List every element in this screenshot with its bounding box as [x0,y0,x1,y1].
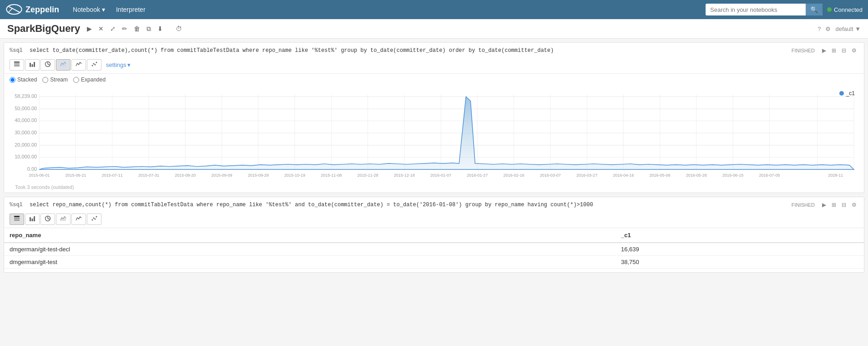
clone-button[interactable]: ⧉ [144,24,153,34]
svg-text:2015-12-18: 2015-12-18 [394,173,415,178]
area-icon [60,215,66,222]
connected-dot-icon [827,7,832,12]
svg-rect-77 [30,217,31,221]
svg-text:2015-11-28: 2015-11-28 [357,173,378,178]
legend-dot-icon [839,91,844,96]
para2-topbar: %sql select repo_name,count(*) from comm… [4,197,864,211]
svg-text:0.00: 0.00 [27,166,37,172]
svg-text:2015-08-20: 2015-08-20 [175,173,196,178]
navbar-links: Notebook ▾ Interpreter [68,4,706,15]
para1-code: %sql select to_date(committer_date),coun… [10,45,792,56]
svg-text:30,000.00: 30,000.00 [15,130,37,135]
para1-legend: _c1 [839,90,855,97]
svg-rect-76 [14,219,20,221]
chart-table-button[interactable] [10,59,24,71]
table-row: dmgerman/git-test 38,750 [4,256,864,269]
para1-settings-link[interactable]: settings ▾ [106,61,131,68]
svg-text:2015-09-09: 2015-09-09 [211,173,232,178]
para2-chart-line-button[interactable] [71,214,86,225]
svg-text:2015-11-08: 2015-11-08 [321,173,342,178]
svg-text:2015-10-19: 2015-10-19 [284,173,305,178]
para1-hide-code-button[interactable]: ⊞ [830,46,838,55]
para1-code-text: select to_date(committer_date),count(*) … [30,47,554,54]
edit-button[interactable]: ✏ [120,24,130,34]
paragraph-2: %sql select repo_name,count(*) from comm… [4,197,864,273]
table-icon [14,61,20,67]
delete-button[interactable]: 🗑 [131,24,142,34]
para1-radio-group: Stacked Stream Expanded [4,74,864,86]
svg-text:2015-06-01: 2015-06-01 [29,173,50,178]
notebook-title-right: ? ⚙ default ▼ [818,25,861,32]
para1-timing: Took 3 seconds (outdated) [10,183,858,193]
line-icon [76,215,82,222]
fullscreen-button[interactable]: ⤢ [108,24,118,34]
svg-text:2016-05-06: 2016-05-06 [650,173,671,178]
para1-topbar: %sql select to_date(committer_date),coun… [4,43,864,56]
radio-stacked[interactable]: Stacked [10,76,37,83]
navbar-right: 🔍 Connected [706,4,863,15]
zeppelin-logo-icon [5,3,23,16]
user-menu[interactable]: default ▼ [835,25,861,32]
chart-pie-button[interactable] [40,59,55,71]
notebook-titlebar: SparkBigQuery ▶ ✕ ⤢ ✏ 🗑 ⧉ ⬇ ⏱ ? ⚙ defaul… [0,19,868,39]
svg-rect-6 [34,62,35,67]
para2-run-button[interactable]: ▶ [820,201,828,209]
para2-hide-code-button[interactable]: ⊞ [830,201,838,209]
line-icon [76,61,82,67]
scatter-icon [91,215,97,222]
brand-name: Zeppelin [25,5,59,15]
svg-point-14 [96,62,97,63]
settings-icon[interactable]: ⚙ [825,25,831,32]
svg-text:20,000.00: 20,000.00 [15,142,37,148]
radio-stream[interactable]: Stream [42,76,68,83]
table-icon [14,215,20,222]
chart-area-button[interactable] [56,59,71,71]
search-button[interactable]: 🔍 [806,4,823,15]
para1-status: FINISHED [792,48,815,53]
para1-actions: FINISHED ▶ ⊞ ⊟ ⚙ [792,46,858,55]
connection-status: Connected [827,6,863,13]
svg-text:58,239.00: 58,239.00 [15,93,37,99]
chart-scatter-button[interactable] [87,59,101,71]
nav-interpreter[interactable]: Interpreter [111,4,150,15]
svg-rect-5 [32,64,33,67]
help-icon[interactable]: ? [818,25,821,32]
chart-bar-button[interactable] [25,59,40,71]
chevron-down-icon: ▾ [102,6,105,13]
chevron-down-icon: ▾ [127,61,131,68]
nav-notebook[interactable]: Notebook ▾ [68,4,110,15]
para2-code-text: select repo_name,count(*) from commitTab… [30,202,593,208]
para2-chart-area-button[interactable] [56,214,71,225]
svg-rect-1 [14,61,20,63]
para2-hide-output-button[interactable]: ⊟ [840,201,848,209]
chart-line-button[interactable] [71,59,86,71]
pie-icon [45,215,51,222]
cell-repo-name-1: dmgerman/git-test-decl [4,243,616,256]
para2-settings-button[interactable]: ⚙ [850,201,858,209]
search-input[interactable] [706,5,806,15]
para1-settings-button[interactable]: ⚙ [850,46,858,55]
area-icon [60,61,66,67]
para1-hide-output-button[interactable]: ⊟ [840,46,848,55]
svg-line-82 [48,219,50,219]
para2-chart-toolbar [4,211,864,228]
para1-run-button[interactable]: ▶ [820,46,828,55]
para2-chart-table-button[interactable] [10,214,24,225]
para2-actions: FINISHED ▶ ⊞ ⊟ ⚙ [792,201,858,209]
svg-point-87 [96,216,97,218]
para2-chart-scatter-button[interactable] [87,214,101,225]
area-chart-svg: 58,239.00 50,000.00 40,000.00 30,000.00 … [10,90,858,181]
scheduler-button[interactable]: ⏱ [173,24,184,34]
svg-text:2016-03-07: 2016-03-07 [540,173,561,178]
para2-label: %sql [10,202,23,208]
export-button[interactable]: ⬇ [155,24,165,34]
run-all-button[interactable]: ▶ [85,24,94,34]
stop-all-button[interactable]: ✕ [96,24,106,34]
radio-expanded[interactable]: Expanded [73,76,106,83]
result-table: repo_name _c1 dmgerman/git-test-decl 16,… [4,228,864,269]
svg-point-86 [95,219,96,220]
table-row: dmgerman/git-test-decl 16,639 [4,243,864,256]
para2-chart-pie-button[interactable] [40,214,55,225]
para2-chart-bar-button[interactable] [25,214,40,225]
para1-chart-toolbar: settings ▾ [4,56,864,74]
